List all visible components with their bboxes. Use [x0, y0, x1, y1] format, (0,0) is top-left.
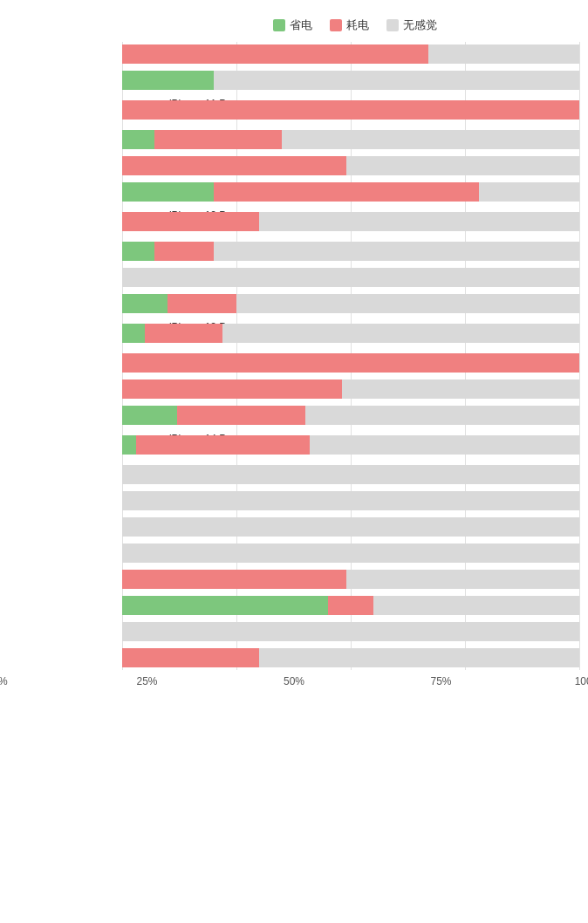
bar-segment-draining [122, 570, 346, 589]
bar-track [122, 353, 579, 373]
bar-row: iPhone 14 [122, 351, 579, 375]
bar-segment-draining [136, 435, 310, 455]
bar-row: iPhone 13 ProMax [122, 318, 579, 349]
bar-track [122, 242, 579, 261]
bar-track [122, 596, 579, 615]
bar-track [122, 156, 579, 175]
legend-color-dot [273, 19, 285, 31]
bar-track [122, 648, 579, 667]
bar-segment-draining [145, 324, 222, 343]
bar-row: iPhone 12 ProMax [122, 206, 579, 237]
bar-track [122, 100, 579, 120]
bar-segment-saving [122, 182, 214, 202]
bar-track [122, 182, 579, 202]
bar-track [122, 465, 579, 484]
bar-row: iPhone 12 Pro [122, 180, 579, 204]
bar-row: iPhone 8 Plus [122, 489, 579, 513]
legend: 省电耗电无感觉 [0, 17, 588, 33]
bar-segment-draining [214, 182, 479, 202]
legend-item: 省电 [273, 17, 312, 33]
bar-row: iPhone SE 第3代 [122, 541, 579, 565]
grid-line [579, 42, 580, 670]
bar-segment-saving [122, 242, 154, 261]
bar-track [122, 268, 579, 287]
bar-segment-draining [122, 100, 579, 120]
bar-track [122, 212, 579, 231]
legend-color-dot [386, 19, 399, 31]
bar-row: iPhone 11 [122, 42, 579, 66]
bar-track [122, 294, 579, 313]
bar-track [122, 622, 579, 641]
legend-label: 省电 [290, 17, 312, 33]
x-axis-label: 100% [575, 675, 588, 687]
bar-row: iPhone 14 Plus [122, 377, 579, 401]
bar-row: iPhone 12 mini [122, 154, 579, 178]
bar-track [122, 44, 579, 64]
bar-segment-saving [122, 294, 168, 313]
chart-area: iPhone 11iPhone 11 ProiPhone 11 ProMaxiP… [0, 42, 588, 670]
bar-row: iPhone XR [122, 593, 579, 618]
chart-container: 省电耗电无感觉 iPhone 11iPhone 11 ProiPhone 11 … [0, 9, 588, 715]
bar-track [122, 435, 579, 455]
bar-track [122, 130, 579, 149]
x-axis: 0%25%50%75%100% [0, 672, 588, 689]
bar-segment-draining [122, 379, 342, 399]
bar-row: iPhone SE 第2代 [122, 515, 579, 539]
x-axis-label: 75% [430, 675, 451, 687]
bar-track [122, 544, 579, 563]
bar-segment-draining [122, 44, 428, 64]
bar-segment-saving [122, 130, 154, 149]
bar-row: iPhone 13 [122, 239, 579, 263]
bar-segment-draining [122, 212, 259, 231]
bar-segment-draining [328, 596, 373, 615]
bar-segment-saving [122, 406, 177, 425]
bar-track [122, 379, 579, 399]
x-axis-label: 50% [284, 675, 304, 687]
bar-segment-draining [177, 406, 305, 425]
bar-track [122, 71, 579, 90]
legend-item: 无感觉 [386, 17, 437, 33]
bar-segment-saving [122, 435, 136, 455]
legend-color-dot [330, 19, 342, 31]
bar-segment-draining [122, 156, 346, 175]
bar-row: iPhone 14 Pro [122, 403, 579, 427]
bar-row: iPhone XS Max [122, 646, 579, 670]
bar-segment-saving [122, 596, 328, 615]
bar-segment-draining [168, 294, 236, 313]
bar-row: iPhone X [122, 567, 579, 591]
bar-row: iPhone 13 Pro [122, 291, 579, 316]
bar-segment-draining [154, 130, 283, 149]
x-axis-label: 0% [0, 675, 8, 687]
bar-track [122, 324, 579, 343]
legend-item: 耗电 [330, 17, 369, 33]
legend-label: 耗电 [346, 17, 369, 33]
bar-segment-draining [122, 353, 579, 373]
bar-segment-saving [122, 71, 214, 90]
legend-label: 无感觉 [403, 17, 437, 33]
bar-segment-draining [122, 648, 259, 667]
bar-track [122, 570, 579, 589]
x-axis-label: 25% [136, 675, 157, 687]
bar-row: iPhone 11 Pro [122, 68, 579, 92]
bar-row: iPhone 14 ProMax [122, 429, 579, 461]
bar-row: iPhone XS [122, 619, 579, 644]
bar-row: iPhone 8 [122, 462, 579, 487]
bar-track [122, 491, 579, 510]
bar-row: iPhone 13 mini [122, 265, 579, 290]
bar-track [122, 517, 579, 537]
bar-row: iPhone 11 ProMax [122, 94, 579, 126]
bar-segment-draining [154, 242, 214, 261]
bar-row: iPhone 12 [122, 127, 579, 152]
bar-segment-saving [122, 324, 145, 343]
bar-track [122, 406, 579, 425]
